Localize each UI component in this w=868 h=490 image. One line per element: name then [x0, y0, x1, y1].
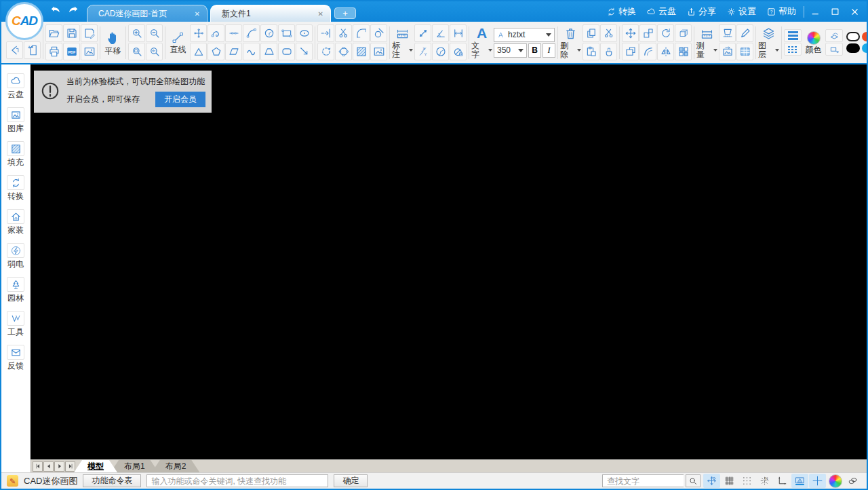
- back-arrow-icon[interactable]: [49, 3, 62, 20]
- menu-convert[interactable]: 转换: [606, 5, 636, 18]
- command-list-button[interactable]: 功能命令表: [83, 474, 141, 487]
- dim-aligned-button[interactable]: [414, 24, 431, 42]
- dim-coordinate-button[interactable]: XY: [414, 43, 431, 60]
- trim-button[interactable]: [335, 24, 352, 42]
- maximize-button[interactable]: [826, 4, 844, 19]
- menu-share[interactable]: 分享: [686, 5, 716, 18]
- triangle-button[interactable]: [190, 43, 207, 60]
- crosshair-toggle[interactable]: [809, 474, 826, 488]
- scale-button[interactable]: [639, 24, 656, 42]
- grid-dots-toggle[interactable]: [738, 474, 755, 488]
- pentagon-button[interactable]: [208, 43, 224, 60]
- trapezoid-button[interactable]: [260, 43, 277, 60]
- color-tool[interactable]: 颜色: [803, 31, 824, 54]
- document-tab[interactable]: 新文件1✕: [210, 5, 331, 22]
- ellipse-button[interactable]: [296, 24, 313, 42]
- area-measure-button[interactable]: [719, 24, 736, 42]
- close-tab-icon[interactable]: ✕: [195, 10, 200, 18]
- sidebar-item-home-design[interactable]: 家装: [7, 209, 24, 236]
- sidebar-item-convert[interactable]: 转换: [7, 175, 24, 202]
- line-tool[interactable]: 直线: [167, 31, 189, 54]
- dim-linear-button[interactable]: [450, 24, 467, 42]
- linetype-button[interactable]: [784, 43, 802, 56]
- nav-first-button[interactable]: [33, 461, 43, 472]
- sidebar-item-feedback[interactable]: 反馈: [7, 345, 24, 372]
- save-button[interactable]: [63, 24, 80, 42]
- search-button[interactable]: [686, 474, 701, 487]
- italic-button[interactable]: I: [542, 43, 555, 58]
- font-select[interactable]: hztxt: [494, 28, 555, 42]
- insert-image-button[interactable]: [370, 43, 387, 60]
- layout-tab-model[interactable]: 模型: [74, 460, 117, 472]
- font-size-select[interactable]: 350: [494, 43, 527, 58]
- nav-last-button[interactable]: [65, 461, 75, 472]
- close-button[interactable]: [846, 4, 864, 19]
- save-as-button[interactable]: [81, 24, 98, 42]
- extend-button[interactable]: [317, 24, 334, 42]
- app-logo[interactable]: CAD: [5, 2, 43, 40]
- color-swatch[interactable]: [846, 32, 860, 41]
- color-swatch[interactable]: [862, 43, 867, 53]
- minimize-button[interactable]: [806, 4, 825, 19]
- colorwheel-toggle[interactable]: [827, 474, 844, 488]
- polyline-button[interactable]: [190, 24, 207, 42]
- color-swatch[interactable]: [862, 32, 867, 41]
- revcloud-button[interactable]: [243, 43, 260, 60]
- array-button[interactable]: [675, 43, 692, 60]
- lineweight-display-toggle[interactable]: [791, 474, 808, 488]
- zoom-in-button[interactable]: [128, 24, 145, 42]
- table-button[interactable]: [736, 43, 753, 60]
- offset-button[interactable]: [639, 43, 656, 60]
- pan-tool[interactable]: 平移: [102, 30, 123, 56]
- new-tab-button[interactable]: +: [334, 7, 356, 19]
- bold-button[interactable]: B: [528, 43, 541, 58]
- grip-circle-button[interactable]: [335, 43, 352, 60]
- home-tab[interactable]: CAD迷你画图-首页✕: [87, 5, 208, 22]
- polar-toggle[interactable]: N: [756, 474, 773, 488]
- layers-tool[interactable]: 图层: [758, 26, 779, 59]
- node-box-button[interactable]: [825, 43, 843, 56]
- copy-button[interactable]: [583, 24, 599, 42]
- dim-angular-button[interactable]: [432, 24, 449, 42]
- close-tab-icon[interactable]: ✕: [318, 10, 323, 18]
- pencil-button[interactable]: [736, 24, 753, 42]
- command-search-input[interactable]: [146, 474, 328, 487]
- sidebar-item-garden[interactable]: 园林: [7, 277, 24, 304]
- rotate-object-button[interactable]: [317, 43, 334, 60]
- zoom-back-button[interactable]: [146, 43, 163, 60]
- construction-button[interactable]: [225, 24, 242, 42]
- dim-diameter-button[interactable]: [450, 43, 467, 60]
- image-export-button[interactable]: [81, 43, 98, 60]
- sidebar-item-fill[interactable]: 填充: [7, 141, 24, 168]
- rect-edit-button[interactable]: [622, 43, 639, 60]
- menu-settings[interactable]: 设置: [726, 5, 756, 18]
- osnap-toggle[interactable]: [703, 474, 720, 488]
- move-button[interactable]: [622, 24, 639, 42]
- zoom-window-button[interactable]: [128, 43, 145, 60]
- measure-tool[interactable]: 测量: [696, 26, 717, 59]
- spline-button[interactable]: [208, 24, 224, 42]
- back-button[interactable]: [6, 41, 23, 59]
- pdf-button[interactable]: PDF: [63, 43, 80, 60]
- nav-prev-button[interactable]: [43, 461, 54, 472]
- sidebar-item-electric[interactable]: 弱电: [7, 243, 24, 270]
- print-button[interactable]: [45, 43, 62, 60]
- sidebar-item-gallery[interactable]: 图库: [7, 107, 24, 134]
- confirm-button[interactable]: 确定: [334, 474, 368, 487]
- hatch-button[interactable]: [353, 43, 370, 60]
- new-file-button[interactable]: [24, 41, 41, 59]
- image-convert-button[interactable]: [719, 43, 736, 60]
- zoom-out-button[interactable]: [146, 24, 163, 42]
- ortho-toggle[interactable]: [774, 474, 791, 488]
- layout-tab-layout1[interactable]: 布局1: [111, 460, 159, 472]
- erase-tool[interactable]: 删除: [560, 26, 581, 59]
- find-text-input[interactable]: [602, 474, 684, 487]
- orbit-button[interactable]: [675, 24, 692, 42]
- open-membership-button[interactable]: 开启会员: [155, 92, 205, 107]
- layout-tab-layout2[interactable]: 布局2: [152, 460, 200, 472]
- linewidth-button[interactable]: [784, 29, 802, 42]
- arrow-line-button[interactable]: [296, 43, 313, 60]
- color-swatch[interactable]: [846, 43, 860, 53]
- format-brush-button[interactable]: [600, 43, 617, 60]
- forward-arrow-icon[interactable]: [66, 3, 80, 20]
